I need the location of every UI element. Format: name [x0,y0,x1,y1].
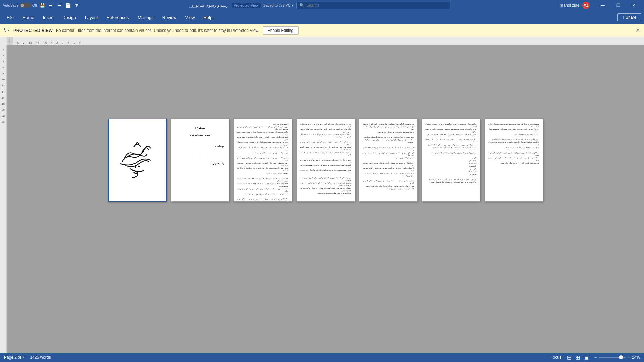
view-mode-badge: Protected View [232,3,261,8]
text-line: نوروز می توان به چیدن هفت سین اشاره کرد.… [237,141,288,146]
enable-editing-button[interactable]: Enable Editing [263,26,299,35]
search-bar[interactable]: 🔍 [296,2,450,9]
user-avatar: MZ [582,2,590,9]
text-line: - افغانستان [425,160,477,162]
main-area: 2 2 4 6 8 10 12 14 16 18 20 22 26 [0,45,644,353]
text-line: اهمیت این جشن در سطح جهانی است. [488,133,539,136]
page-thumbnail-2[interactable]: موضوع : رسم و رسوم عید نوروز تهیه کننده … [171,119,229,202]
text-line: کشورهای دیگر این جشن را با شادی و سرور ب… [237,136,288,141]
menu-insert[interactable]: Insert [39,13,58,22]
search-input[interactable] [306,3,447,8]
menu-mailings[interactable]: Mailings [133,13,158,22]
ruler-mark: 14 [29,42,32,45]
text-line: در پایان باید گفت که نوروز یکی از ارزشمن… [488,152,539,156]
page3-content: رسم و رسوم عید نوروز نوروز جشن باستانی ا… [234,119,292,202]
read-layout-icon[interactable]: ▣ [583,354,590,361]
text-line: برگزار می شود. این جشن با آغاز بهار و تح… [237,131,288,136]
ruler-mark: 2 [68,42,69,45]
print-layout-icon[interactable]: ▤ [566,354,573,361]
text-line: مردم آتش روشن می کنند و از روی آن می پرن… [300,146,351,151]
menu-layout[interactable]: Layout [81,13,102,22]
vruler-mark: 2 [2,52,4,58]
text-line: سال نو با موسیقی و شعر نیز عجین است. شاع… [425,138,477,143]
text-line: رسوم دیگری دارند. در هر خطه از ایران رنگ… [425,133,477,136]
menu-file[interactable]: File [3,13,18,22]
menu-help[interactable]: Help [199,13,216,22]
view-icons: ▤ ▦ ▣ [566,354,590,361]
text-line: گفته می شود مردم به طبیعت می روند و روز … [300,164,351,169]
vruler-mark: 8 [2,70,4,76]
text-line: سبزه هفت سین را نیز به آب می اندازند. ای… [300,169,351,174]
text-line: - ترکمنستان [425,170,477,173]
zoom-minus-button[interactable]: − [594,355,597,360]
text-line: سرکه، سمنو و سکه است. هر کدام از این اقل… [237,188,288,192]
user-name: mahdi ziaei [560,3,580,8]
horizontal-ruler: ⊹ 18 ▾ 14 12 10 8 6 4 2 ▾ 2 [0,37,644,45]
menu-design[interactable]: Design [58,13,80,22]
page7-content: همچنین نوروز به عنوان یک جشن جهانی شناخت… [485,119,543,169]
customize-icon[interactable]: ▼ [74,2,80,8]
page2-subject-header: موضوع : [176,126,224,130]
minimize-button[interactable]: — [595,0,610,11]
text-line: - تاجیکستان [425,162,477,165]
menu-review[interactable]: Review [158,13,181,22]
saved-status[interactable]: Saved to this PC ▾ [263,3,294,8]
menu-view[interactable]: View [181,13,199,22]
save-icon[interactable]: 💾 [39,2,45,8]
ruler-mark: 12 [36,42,39,45]
text-line: همه آنها با حرف سین شروع می شود. این اقل… [237,182,288,187]
web-layout-icon[interactable]: ▦ [574,354,582,361]
page-thumbnail-3[interactable]: رسم و رسوم عید نوروز نوروز جشن باستانی ا… [233,119,292,202]
text-line: - ایران [425,157,477,159]
vruler-mark: 20 [2,107,5,113]
page-thumbnail-4[interactable]: و از آن زمان تاکنون این جشن را برپا می د… [296,119,355,202]
ruler-mark: 10 [43,42,47,45]
text-line: فرهنگ غنی ایرانی است که از نسلی به نسل د… [425,146,477,149]
new-doc-icon[interactable]: 📄 [65,2,71,8]
text-line: می کنند و لباس نو می پوشند. دید و بازدید… [237,146,288,151]
page5-content: بهار طبیعت را دگرگون می کند و انسان ها ر… [359,119,417,194]
text-line: و همه چیز تازه و جوان می شود. [237,172,288,175]
ruler-corner: ⊹ [7,37,13,45]
text-line: نوروز جشن آغاز سال نو است و مردم در این … [363,136,414,138]
menu-references[interactable]: References [103,13,133,22]
zoom-slider[interactable] [599,357,626,358]
text-line: خوراک های ویژه نوروز نیز اهمیت زیادی دار… [363,162,414,167]
text-line: یونسکو نیز ثبت شده است. کشورهای بسیاری د… [300,187,351,192]
text-line: از طبیعت مراقبت کنیم و آن را دوست بداریم… [488,141,539,146]
redo-icon[interactable]: ↪ [56,2,62,8]
text-line: شادمانه است بلکه بازتاب روح و جان فرهنگ … [488,162,539,164]
text-line: جدول زیر آمار برگزاری نوروز در کشورهای م… [425,152,477,154]
vruler-mark: 26 [2,119,5,125]
vertical-ruler: 2 2 4 6 8 10 12 14 16 18 20 22 26 [0,45,7,353]
autosave-toggle[interactable] [20,3,31,8]
zoom-percent: 24% [632,355,640,360]
text-line: و باغ ها می روند و از زیبایی طبیعت لذت م… [488,146,539,149]
text-line: و نوروز بزرگ ترین جشن ملی ایرانیان است. … [300,182,351,186]
zoom-plus-button[interactable]: + [628,355,630,360]
undo-icon[interactable]: ↩ [48,2,54,8]
text-line: و سعدی اشعار بسیاری در وصف بهار و نوروز … [425,144,477,146]
maximize-button[interactable]: ❐ [610,0,626,11]
search-icon: 🔍 [299,3,304,8]
text-line: نوروز جشن باستانی ایرانیان است که از هزا… [237,126,288,130]
protected-close-button[interactable]: ✕ [636,27,640,34]
vruler-mark: 18 [2,101,5,107]
page2-advisor-header: پایه تحصیلی : [176,162,224,166]
page-thumbnail-6[interactable]: در استان های مختلف ایران رسوم گوناگونی ب… [422,119,480,202]
titlebar-center: رسم و رسوم عید نوروز Protected View Save… [83,2,557,9]
vruler-mark: 6 [2,64,4,70]
vruler-mark: 22 [2,113,5,119]
menu-home[interactable]: Home [18,13,38,22]
page-thumbnail-7[interactable]: همچنین نوروز به عنوان یک جشن جهانی شناخت… [484,119,543,202]
close-button[interactable]: ✕ [626,0,641,11]
text-line: در زمان تحویل سال، خانواده ها دور هم جمع… [363,146,414,151]
ruler-mark: 18 [15,42,19,45]
page-thumbnail-1[interactable] [108,119,167,202]
share-button[interactable]: ↑ Share [617,13,641,21]
autosave-state: Off [32,3,37,7]
document-canvas[interactable]: موضوع : رسم و رسوم عید نوروز تهیه کننده … [7,45,644,353]
text-line: و از آن زمان تاکنون این جشن را برپا می د… [300,123,351,128]
page-thumbnail-5[interactable]: بهار طبیعت را دگرگون می کند و انسان ها ر… [359,119,418,202]
focus-label[interactable]: Focus [550,355,561,360]
